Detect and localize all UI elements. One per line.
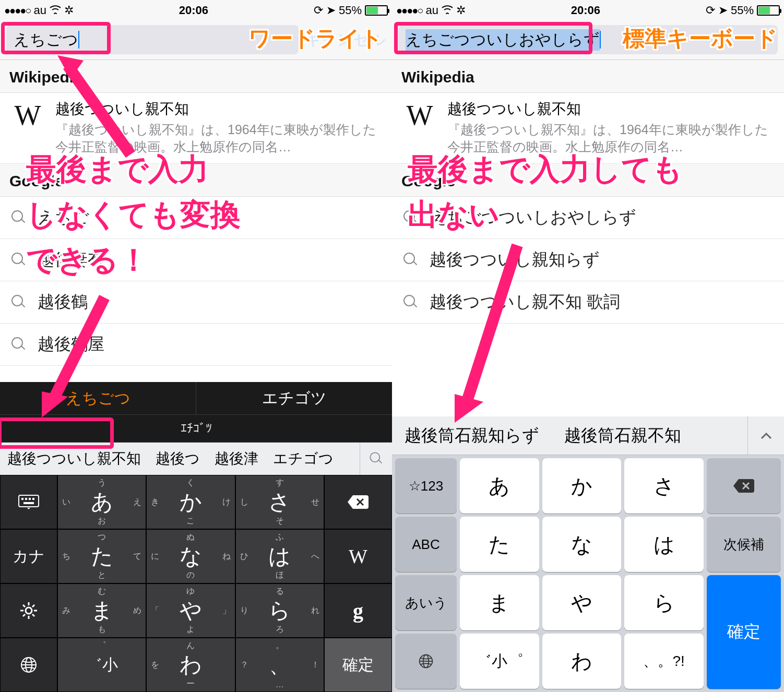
wiki-result-title: 越後つついし親不知 [55, 99, 383, 119]
candidate-search-button[interactable] [360, 443, 392, 475]
backspace-icon [347, 494, 370, 510]
search-icon [11, 253, 26, 267]
suggestion-text: 越後つついし親不知 歌詞 [430, 291, 620, 314]
kana-key-ma[interactable]: むみまめも [57, 583, 146, 638]
kana-key-ra[interactable]: るりられろ [235, 583, 324, 638]
globe-key[interactable] [395, 634, 457, 689]
search-icon [403, 295, 418, 309]
backspace-icon [732, 478, 755, 494]
standard-keyboard: 越後筒石親知らず 越後筒石親不知 ☆123 あ か さ ABC た な は 次候… [392, 416, 784, 692]
kana-key-sa[interactable]: さ [624, 458, 704, 514]
annotation-title: 標準キーボード [623, 24, 778, 53]
candidate-item[interactable]: 越後つ [148, 449, 207, 469]
kana-key-wa[interactable]: わ [542, 634, 622, 689]
kana-mode-key[interactable]: カナ [0, 529, 57, 583]
left-screenshot: ●●●●○ au ✲ 20:06 ⟳ ➤ 55% えちごつ キャンセル Wiki… [0, 0, 392, 692]
svg-line-13 [32, 605, 34, 607]
candidate-item[interactable]: 越後津 [207, 449, 266, 469]
orientation-lock-icon: ⟳ [314, 4, 323, 17]
status-bar: ●●●●○ au ✲ 20:06 ⟳ ➤ 55% [392, 0, 784, 21]
text-caret [78, 31, 79, 49]
annotation-body: 最後まで入力しても 出ない [408, 146, 683, 237]
suggestion-row[interactable]: 越後鶴 [0, 281, 392, 324]
suggestion-row[interactable]: 越後鶴屋 [0, 324, 392, 366]
wordlight-keyboard: えちごつ エチゴツ ｴﾁｺﾞﾂ 越後つついし親不知 越後つ 越後津 エチゴつ う… [0, 382, 392, 692]
text-caret [600, 31, 601, 49]
google-key[interactable]: g [324, 583, 392, 638]
svg-rect-1 [21, 498, 23, 500]
search-icon [11, 210, 26, 225]
location-icon: ➤ [718, 4, 728, 17]
wiki-result-title: 越後つついし親不知 [447, 99, 775, 119]
candidate-item[interactable]: 越後つついし親不知 [0, 449, 148, 469]
mode-abc-key[interactable]: ABC [395, 517, 457, 572]
kana-key-punct[interactable]: 。？、！… [235, 638, 324, 692]
candidate-primary[interactable]: えちごつ [0, 382, 196, 414]
kana-key-ya[interactable]: や [542, 575, 622, 630]
search-input-value: えちごつついしおやしらず [406, 29, 600, 51]
clock: 20:06 [571, 4, 600, 17]
kana-key-dakuten[interactable]: ゛小゜ [460, 634, 539, 689]
settings-key[interactable] [0, 583, 57, 638]
kana-key-ta[interactable]: た [460, 517, 539, 572]
kana-key-ka[interactable]: くきかけこ [146, 475, 235, 529]
kana-key-ta[interactable]: つちたてと [57, 529, 146, 583]
kana-key-ha[interactable]: は [624, 517, 704, 572]
expand-candidates-button[interactable] [747, 416, 784, 455]
svg-rect-5 [23, 502, 34, 504]
kana-key-ha[interactable]: ふひはへほ [235, 529, 324, 583]
suggestion-text: 越後つついし親知らず [430, 248, 600, 271]
kana-key-punct[interactable]: 、。?! [624, 634, 704, 689]
kana-key-sa[interactable]: すしさせそ [235, 475, 324, 529]
status-bar: ●●●●○ au ✲ 20:06 ⟳ ➤ 55% [0, 0, 392, 21]
candidate-item[interactable]: 越後筒石親不知 [552, 424, 694, 447]
kana-key-dakuten[interactable]: ゜゛小 [57, 638, 146, 692]
carrier-label: au [425, 4, 438, 17]
loading-spinner-icon: ✲ [64, 4, 74, 17]
search-input-value: えちごつ [14, 29, 78, 51]
mode-aiu-key[interactable]: あいう [395, 575, 457, 630]
kana-key-ma[interactable]: ま [460, 575, 539, 630]
candidate-item[interactable]: エチゴつ [266, 449, 341, 469]
wikipedia-key[interactable]: W [324, 529, 392, 583]
suggestion-row[interactable]: 越後つついし親知らず [392, 239, 784, 281]
next-candidate-key[interactable]: 次候補 [707, 517, 781, 572]
kana-key-ra[interactable]: ら [624, 575, 704, 630]
kana-key-ka[interactable]: か [542, 458, 622, 514]
svg-rect-0 [19, 495, 39, 507]
battery-percent: 55% [339, 4, 362, 17]
wikipedia-icon: W [349, 545, 367, 568]
chevron-up-icon [761, 432, 772, 439]
annotation-body: 最後まで入力 しなくても変換 できる！ [26, 146, 241, 282]
globe-key[interactable] [0, 638, 57, 692]
keyboard-switch-key[interactable] [0, 475, 57, 529]
kana-key-na[interactable]: ぬになねの [146, 529, 235, 583]
delete-key[interactable] [324, 475, 392, 529]
kana-key-na[interactable]: な [542, 517, 622, 572]
svg-line-11 [23, 605, 25, 607]
google-icon: g [353, 599, 363, 623]
clock: 20:06 [179, 4, 208, 17]
candidate-secondary[interactable]: エチゴツ [196, 382, 392, 414]
candidate-bar: 越後つついし親不知 越後つ 越後津 エチゴつ [0, 443, 392, 475]
suggestion-row[interactable]: 越後つついし親不知 歌詞 [392, 281, 784, 324]
candidate-halfwidth[interactable]: ｴﾁｺﾞﾂ [0, 414, 392, 443]
battery-icon [365, 5, 388, 16]
orientation-lock-icon: ⟳ [706, 4, 715, 17]
svg-point-6 [26, 607, 32, 614]
candidate-item[interactable]: 越後筒石親知らず [392, 424, 552, 447]
confirm-key[interactable]: 確定 [707, 575, 781, 689]
svg-line-14 [23, 614, 25, 616]
loading-spinner-icon: ✲ [456, 4, 466, 17]
kana-key-a[interactable]: ういあえお [57, 475, 146, 529]
mode-123-key[interactable]: ☆123 [395, 458, 457, 514]
delete-key[interactable] [707, 458, 781, 514]
svg-rect-3 [29, 498, 31, 500]
kana-key-a[interactable]: あ [460, 458, 539, 514]
kana-key-wa[interactable]: んをわー [146, 638, 235, 692]
search-icon [403, 253, 418, 267]
signal-dots: ●●●●○ [396, 5, 422, 17]
kana-key-ya[interactable]: ゆ「や」よ [146, 583, 235, 638]
confirm-key[interactable]: 確定 [324, 638, 392, 692]
search-icon [11, 337, 26, 352]
